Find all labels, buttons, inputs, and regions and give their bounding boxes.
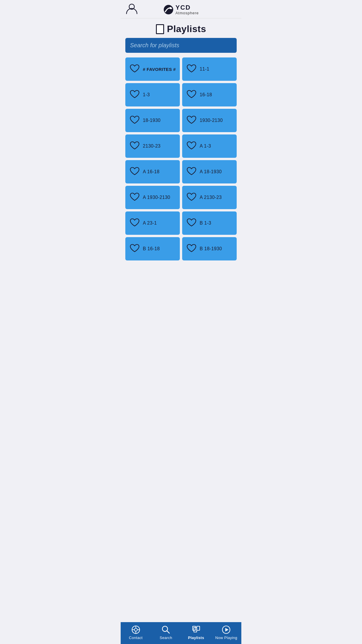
- playlist-item[interactable]: B 1-3: [182, 211, 237, 235]
- heart-icon: [129, 90, 140, 100]
- playlist-grid: # FAVORITES # 11-1 1-3 16-18 18-: [121, 57, 241, 284]
- search-bar[interactable]: [125, 38, 237, 53]
- playlist-item[interactable]: A 1-3: [182, 134, 237, 158]
- playlist-item[interactable]: A 16-18: [125, 160, 180, 183]
- playlist-label: A 2130-23: [200, 195, 222, 200]
- heart-icon: [186, 244, 197, 254]
- heart-icon: [129, 115, 140, 126]
- playlist-label: A 18-1930: [200, 169, 222, 174]
- heart-icon: [129, 244, 140, 254]
- svg-point-2: [170, 7, 172, 9]
- playlist-label: B 16-18: [143, 246, 160, 251]
- logo-atmosphere: Atmosphere: [175, 11, 199, 15]
- user-icon[interactable]: [125, 2, 138, 16]
- heart-icon: [186, 167, 197, 177]
- playlist-label: 1-3: [143, 92, 150, 97]
- heart-icon: [186, 90, 197, 100]
- playlist-label: A 1-3: [200, 144, 211, 149]
- heart-icon: [186, 192, 197, 203]
- playlist-item[interactable]: B 18-1930: [182, 237, 237, 260]
- playlist-item[interactable]: 1-3: [125, 83, 180, 106]
- playlist-label: B 18-1930: [200, 246, 222, 251]
- logo-ycd: YCD: [175, 4, 199, 11]
- playlist-item[interactable]: A 2130-23: [182, 186, 237, 209]
- heart-icon: [186, 115, 197, 126]
- heart-icon: [186, 141, 197, 151]
- playlist-item[interactable]: 1930-2130: [182, 109, 237, 132]
- document-icon: [156, 24, 164, 34]
- page-title: Playlists: [167, 24, 206, 34]
- header: YCD Atmosphere: [121, 0, 241, 18]
- playlist-item[interactable]: B 16-18: [125, 237, 180, 260]
- playlist-label: 2130-23: [143, 144, 161, 149]
- playlist-label: 16-18: [200, 92, 212, 97]
- playlist-label: A 1930-2130: [143, 195, 170, 200]
- app-logo: YCD Atmosphere: [163, 4, 199, 15]
- playlist-label: B 1-3: [200, 220, 211, 226]
- heart-icon: [129, 218, 140, 228]
- playlist-item[interactable]: A 18-1930: [182, 160, 237, 183]
- playlist-item[interactable]: 16-18: [182, 83, 237, 106]
- playlist-label: A 16-18: [143, 169, 159, 174]
- playlist-label: 1930-2130: [200, 118, 223, 123]
- heart-icon: [129, 167, 140, 177]
- playlist-item[interactable]: A 1930-2130: [125, 186, 180, 209]
- heart-icon: [186, 64, 197, 74]
- heart-icon: [129, 141, 140, 151]
- playlist-item[interactable]: A 23-1: [125, 211, 180, 235]
- page-title-row: Playlists: [121, 18, 241, 38]
- svg-point-1: [164, 5, 173, 14]
- heart-icon: [186, 218, 197, 228]
- heart-icon: [129, 192, 140, 203]
- playlist-item[interactable]: # FAVORITES #: [125, 57, 180, 81]
- playlist-item[interactable]: 11-1: [182, 57, 237, 81]
- playlist-label: 11-1: [200, 66, 209, 72]
- playlist-label: A 23-1: [143, 220, 157, 226]
- playlist-item[interactable]: 18-1930: [125, 109, 180, 132]
- playlist-label: # FAVORITES #: [143, 67, 176, 72]
- playlist-item[interactable]: 2130-23: [125, 134, 180, 158]
- search-input[interactable]: [130, 42, 232, 49]
- playlist-label: 18-1930: [143, 118, 161, 123]
- heart-icon: [129, 64, 140, 74]
